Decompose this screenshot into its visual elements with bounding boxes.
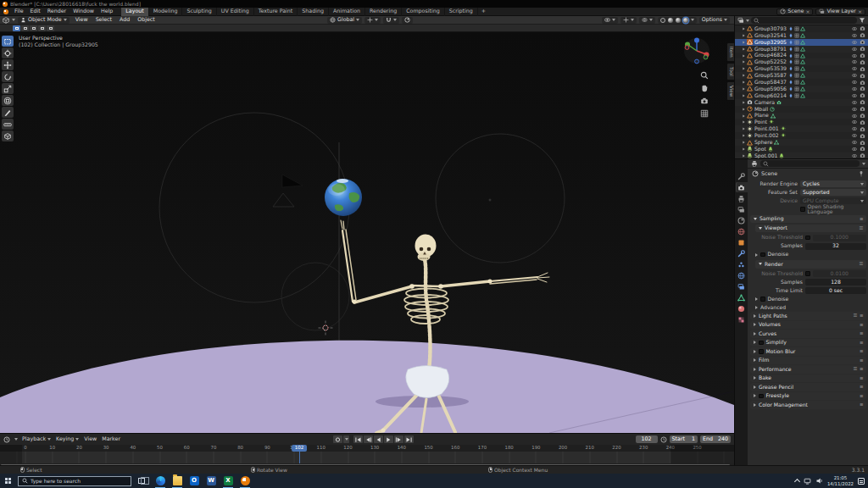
outliner-row[interactable]: Group53587	[735, 72, 868, 79]
playhead-line[interactable]	[299, 451, 300, 463]
outliner-row[interactable]: Group32905	[735, 39, 868, 46]
viewport-tool-button[interactable]	[2, 83, 14, 94]
menu-item[interactable]: Object	[134, 16, 159, 25]
add-workspace-button[interactable]: +	[478, 8, 489, 14]
select-mode-invert-button[interactable]	[38, 25, 46, 31]
collapsed-panel-header[interactable]: Bake ☰ ≡	[750, 374, 866, 383]
gizmos-dropdown[interactable]	[620, 17, 637, 24]
collapsed-panel-header[interactable]: Curves ☰ ≡	[750, 330, 866, 338]
options-dropdown[interactable]: Options	[699, 17, 730, 24]
outliner-row[interactable]: Plane	[735, 113, 868, 119]
timeline-menu-item[interactable]: Keying	[56, 436, 79, 441]
properties-tab[interactable]	[736, 193, 748, 203]
expand-arrow-icon[interactable]	[743, 135, 744, 137]
viewport-tool-button[interactable]	[2, 130, 14, 141]
expand-arrow-icon[interactable]	[743, 121, 744, 124]
menu-item[interactable]: View	[72, 16, 92, 25]
jump-to-start-button[interactable]	[353, 435, 363, 443]
workspace-tab[interactable]: Scripting	[445, 8, 478, 16]
disable-in-renders-icon[interactable]	[860, 73, 865, 79]
navigation-gizmo[interactable]	[682, 36, 712, 66]
disable-in-renders-icon[interactable]	[860, 146, 865, 152]
disable-in-renders-icon[interactable]	[860, 39, 865, 45]
outliner-row[interactable]: Point.002	[735, 132, 868, 139]
outliner-row[interactable]: Group58437	[735, 79, 868, 86]
menu-item[interactable]: Render	[44, 8, 70, 16]
properties-tab[interactable]	[736, 182, 748, 192]
start-button[interactable]	[0, 474, 15, 488]
collapsed-panel-header[interactable]: Color Management ☰ ≡	[750, 401, 866, 409]
timeline-editor-icon[interactable]	[3, 436, 10, 443]
outliner-filter-icon[interactable]	[859, 17, 865, 24]
expand-arrow-icon[interactable]	[743, 147, 744, 150]
menu-item[interactable]: File	[11, 8, 27, 16]
outliner-row[interactable]: Group32541	[735, 32, 868, 39]
disable-in-renders-icon[interactable]	[860, 59, 865, 65]
expand-arrow-icon[interactable]	[743, 114, 744, 117]
app-word[interactable]: W	[204, 474, 218, 488]
hide-in-viewport-icon[interactable]	[851, 93, 858, 98]
taskbar-clock[interactable]: 21:05 14/11/2022	[827, 475, 854, 487]
time-limit-field[interactable]: 0 sec	[805, 287, 866, 294]
menu-item[interactable]: Edit	[27, 8, 44, 16]
properties-tab[interactable]	[736, 171, 748, 181]
end-frame-field[interactable]: End240	[700, 435, 731, 443]
workspace-tab[interactable]: Layout	[121, 8, 148, 16]
menu-item[interactable]: Select	[92, 16, 115, 25]
properties-tab[interactable]	[736, 292, 748, 302]
hide-in-viewport-icon[interactable]	[851, 26, 858, 31]
next-keyframe-button[interactable]	[394, 435, 403, 443]
expand-arrow-icon[interactable]	[743, 61, 744, 64]
properties-search-input[interactable]	[760, 160, 860, 167]
app-edge[interactable]	[153, 474, 167, 488]
disable-in-renders-icon[interactable]	[860, 86, 865, 92]
outliner-row[interactable]: Mball	[735, 106, 868, 113]
hide-in-viewport-icon[interactable]	[851, 53, 858, 58]
expand-arrow-icon[interactable]	[743, 141, 744, 143]
collapsed-panel-header[interactable]: Film ☰ ≡	[750, 357, 866, 365]
use-preview-range-icon[interactable]	[660, 436, 667, 443]
visibility-dropdown[interactable]	[602, 17, 618, 24]
hide-in-viewport-icon[interactable]	[851, 126, 858, 131]
hide-in-viewport-icon[interactable]	[851, 86, 858, 92]
sampling-panel-header[interactable]: Sampling≡	[750, 215, 866, 224]
network-icon[interactable]	[804, 477, 811, 485]
outliner-display-mode-icon[interactable]	[737, 17, 744, 24]
timeline-track[interactable]	[0, 452, 734, 463]
expand-arrow-icon[interactable]	[743, 101, 744, 103]
current-frame-field[interactable]: 102	[636, 435, 658, 443]
expand-arrow-icon[interactable]	[743, 80, 744, 83]
outliner-row[interactable]: Group38791	[735, 46, 868, 53]
expand-arrow-icon[interactable]	[743, 41, 744, 43]
render-sampling-header[interactable]: Render☰	[755, 260, 866, 269]
disable-in-renders-icon[interactable]	[860, 53, 865, 58]
camera-view-icon[interactable]	[700, 97, 709, 105]
properties-tab[interactable]	[736, 215, 748, 225]
disable-in-renders-icon[interactable]	[860, 133, 865, 139]
notifications-icon[interactable]	[858, 478, 865, 485]
collapsed-panel-header[interactable]: Simplify ☰ ≡	[750, 339, 866, 347]
playhead-frame-badge[interactable]: 102	[292, 445, 307, 452]
hide-in-viewport-icon[interactable]	[851, 133, 858, 138]
workspace-tab[interactable]: Shading	[298, 8, 329, 16]
outliner-row[interactable]: Point	[735, 119, 868, 125]
workspace-tab[interactable]: Animation	[329, 8, 365, 16]
select-mode-intersect-button[interactable]	[47, 25, 54, 31]
viewport-tool-button[interactable]	[2, 47, 14, 58]
hide-in-viewport-icon[interactable]	[851, 40, 858, 45]
menu-item[interactable]: Window	[70, 8, 97, 16]
tray-expand-icon[interactable]	[794, 479, 800, 485]
3d-viewport-canvas[interactable]	[0, 32, 734, 433]
overlays-dropdown[interactable]	[639, 17, 655, 24]
collapsed-panel-header[interactable]: Motion Blur ☰ ≡	[750, 347, 866, 356]
select-mode-subtract-button[interactable]	[30, 25, 37, 31]
outliner-row[interactable]: Group60214	[735, 92, 868, 99]
earth-globe[interactable]	[325, 179, 362, 216]
disable-in-renders-icon[interactable]	[860, 32, 865, 38]
editor-type-icon[interactable]	[3, 17, 9, 24]
3d-viewport[interactable]: User Perspective (102) Collection | Grou…	[0, 32, 734, 433]
proportional-editing-toggle[interactable]	[402, 17, 413, 24]
feature-set-dropdown[interactable]: Supported	[800, 189, 866, 196]
outliner-row[interactable]: Point.001	[735, 125, 868, 132]
viewport-tool-button[interactable]	[2, 36, 14, 47]
